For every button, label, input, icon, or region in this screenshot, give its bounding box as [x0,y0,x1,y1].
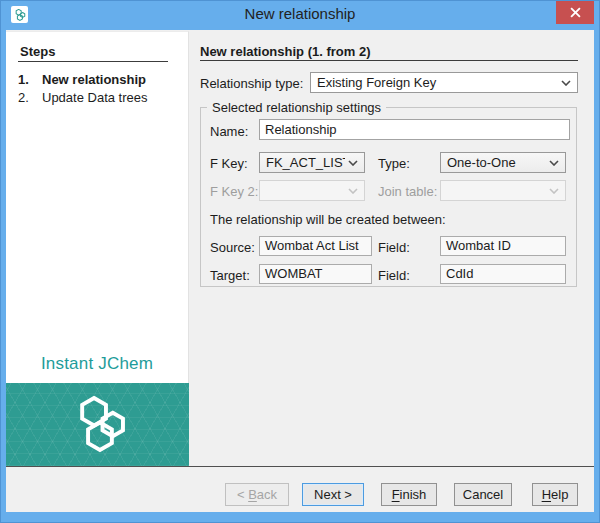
source-value-box: Wombat Act List [259,236,372,256]
target-label: Target: [210,268,250,283]
type-value: One-to-One [447,155,546,170]
step-number: 1. [18,72,42,87]
brand-text: Instant JChem [6,354,188,374]
source-label: Source: [210,240,255,255]
chevron-down-icon [345,188,361,194]
fkey2-select [259,180,365,201]
target-field-value-box: CdId [440,264,566,284]
target-value-box: WOMBAT [259,264,372,284]
new-relationship-dialog: New relationship Steps 1. New relationsh… [0,0,600,523]
close-icon [570,7,581,18]
back-button: < Back [225,483,289,506]
next-button[interactable]: Next > [302,483,364,506]
fkey2-label: F Key 2: [210,184,258,199]
fkey-label: F Key: [210,156,248,171]
close-button[interactable] [556,1,594,24]
steps-sidebar: Steps 1. New relationship 2. Update Data… [6,31,189,466]
source-field-label: Field: [378,240,410,255]
type-label: Type: [378,156,410,171]
name-input[interactable] [259,119,570,140]
chevron-down-icon [558,80,574,86]
brand-banner [6,383,189,466]
finish-button[interactable]: Finish [381,483,437,506]
step-number: 2. [18,90,42,105]
settings-groupbox-title: Selected relationship settings [207,100,386,115]
steps-heading: Steps [20,44,55,59]
footer-button-bar: < Back Next > Finish Cancel Help [6,467,594,512]
source-field-value-box: Wombat ID [440,236,566,256]
chevron-down-icon [345,160,361,166]
between-text: The relationship will be created between… [210,212,446,227]
relationship-type-select[interactable]: Existing Foreign Key [310,72,578,93]
fkey-select[interactable]: FK_ACT_LIST_... [259,152,365,173]
step-item-new-relationship: 1. New relationship [18,72,146,87]
step-item-update-data-trees: 2. Update Data trees [18,90,148,105]
target-field-label: Field: [378,268,410,283]
join-table-select [440,180,566,201]
cancel-button[interactable]: Cancel [454,483,512,506]
panel-title: New relationship (1. from 2) [200,44,370,59]
relationship-type-value: Existing Foreign Key [317,75,558,90]
panel-title-divider [200,60,578,61]
step-label: New relationship [42,72,146,87]
chevron-down-icon [546,188,562,194]
name-label: Name: [210,124,248,139]
type-select[interactable]: One-to-One [440,152,566,173]
fkey-value: FK_ACT_LIST_... [266,155,345,170]
window-title: New relationship [0,5,600,22]
relationship-type-label: Relationship type: [200,76,303,91]
steps-divider [18,61,168,62]
chevron-down-icon [546,160,562,166]
step-label: Update Data trees [42,90,148,105]
titlebar[interactable]: New relationship [0,0,600,30]
join-table-label: Join table: [378,184,437,199]
help-button[interactable]: Help [532,483,578,506]
hexagon-logo-icon [67,396,129,453]
